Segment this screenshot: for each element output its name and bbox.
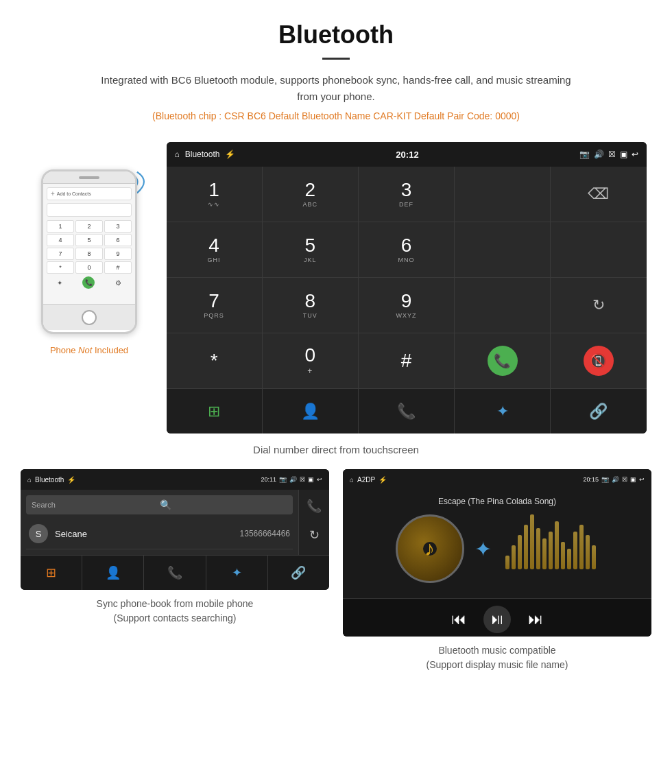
dial-key-0[interactable]: 0 + xyxy=(263,333,359,388)
pb-call-icon[interactable]: 📞 xyxy=(303,495,325,517)
dial-key-empty-2 xyxy=(455,222,551,277)
redial-button[interactable]: ↻ xyxy=(551,278,646,333)
dialpad-row-4: * 0 + # 📞 📵 xyxy=(167,333,647,388)
back-icon: ↩ xyxy=(632,150,638,159)
nav-phone[interactable]: 📞 xyxy=(359,389,455,433)
k-btn-7[interactable]: 7 xyxy=(47,248,74,260)
phone-call-button[interactable]: 📞 xyxy=(82,276,95,289)
grid-icon: ⊞ xyxy=(208,403,220,420)
dialpad-app-name: Bluetooth xyxy=(185,150,220,159)
header-specs: (Bluetooth chip : CSR BC6 Default Blueto… xyxy=(14,110,658,121)
k-btn-0[interactable]: 0 xyxy=(75,261,103,274)
k-btn-8[interactable]: 8 xyxy=(75,248,103,260)
music-status-left: ⌂ A2DP ⚡ xyxy=(350,476,387,484)
k-btn-2[interactable]: 2 xyxy=(75,220,103,233)
plus-icon: + xyxy=(51,190,55,198)
sbn-phone[interactable]: 📞 xyxy=(144,556,206,590)
page-header: Bluetooth Integrated with BC6 Bluetooth … xyxy=(0,0,672,128)
android-dialpad: ⌂ Bluetooth ⚡ 20:12 📷 🔊 ☒ ▣ ↩ 1 ∿∿ xyxy=(167,142,647,433)
backspace-button[interactable]: ⌫ xyxy=(551,167,646,222)
call-red-button[interactable]: 📵 xyxy=(551,333,646,388)
phone-small-icon: ✦ xyxy=(57,279,62,287)
phone-keypad-small: 1 2 3 4 5 6 7 8 9 * 0 # xyxy=(47,220,132,274)
bt-icon-music: ✦ xyxy=(475,537,492,561)
dial-key-8[interactable]: 8 TUV xyxy=(263,278,359,333)
phone-home-button[interactable] xyxy=(82,310,97,325)
call-green-button[interactable]: 📞 xyxy=(455,333,551,388)
contact-avatar: S xyxy=(29,524,48,543)
eq-bar xyxy=(586,535,590,569)
phonebook-bottom-nav: ⊞ 👤 📞 ✦ 🔗 xyxy=(21,555,329,590)
phonebook-status-bar: ⌂ Bluetooth ⚡ 20:11 📷 🔊 ☒ ▣ ↩ xyxy=(21,469,329,490)
page-title: Bluetooth xyxy=(14,21,658,49)
k-btn-3[interactable]: 3 xyxy=(104,220,132,233)
k-btn-9[interactable]: 9 xyxy=(104,248,132,260)
dial-key-6[interactable]: 6 MNO xyxy=(359,222,455,277)
music-caption: Bluetooth music compatible(Support displ… xyxy=(343,643,651,672)
phone-mockup: + Add to Contacts 1 2 3 4 5 6 7 8 9 xyxy=(41,169,137,334)
dial-key-4[interactable]: 4 GHI xyxy=(167,222,263,277)
sbn-grid[interactable]: ⊞ xyxy=(21,556,82,590)
nav-bluetooth[interactable]: ✦ xyxy=(455,389,551,433)
music-note-icon: ♪ xyxy=(424,537,435,560)
volume-icon: 🔊 xyxy=(594,150,604,159)
header-description: Integrated with BC6 Bluetooth module, su… xyxy=(96,72,576,105)
eq-bar xyxy=(542,538,547,569)
nav-dialpad[interactable]: ⊞ xyxy=(167,389,263,433)
nav-contacts[interactable]: 👤 xyxy=(263,389,359,433)
music-close: ☒ xyxy=(622,476,627,483)
play-pause-button[interactable]: ⏯ xyxy=(483,606,511,633)
call-green-icon: 📞 xyxy=(488,346,518,376)
k-btn-star[interactable]: * xyxy=(47,261,74,274)
k-btn-5[interactable]: 5 xyxy=(75,234,103,246)
dialpad-keys: 1 ∿∿ 2 ABC 3 DEF ⌫ 4 xyxy=(167,167,647,388)
dial-key-1[interactable]: 1 ∿∿ xyxy=(167,167,263,222)
dial-key-3[interactable]: 3 DEF xyxy=(359,167,455,222)
dial-key-hash[interactable]: # xyxy=(359,333,455,388)
display-input xyxy=(47,203,132,217)
music-win: ▣ xyxy=(630,476,636,483)
phonebook-search-bar[interactable]: Search 🔍 xyxy=(26,495,293,514)
pb-refresh-icon[interactable]: ↻ xyxy=(306,524,323,546)
add-contacts-label: Add to Contacts xyxy=(57,191,91,196)
dialpad-row-2: 4 GHI 5 JKL 6 MNO xyxy=(167,222,647,278)
phonebook-inner: Search 🔍 S Seicane 13566664466 📞 ↻ xyxy=(21,490,329,555)
phone-screen: + Add to Contacts 1 2 3 4 5 6 7 8 9 xyxy=(43,184,135,304)
k-btn-1[interactable]: 1 xyxy=(47,220,74,233)
k-btn-4[interactable]: 4 xyxy=(47,234,74,246)
music-content: Escape (The Pina Colada Song) ♪ ✦ xyxy=(343,490,651,598)
nav-settings[interactable]: 🔗 xyxy=(551,389,646,433)
music-status-bar: ⌂ A2DP ⚡ 20:15 📷 🔊 ☒ ▣ ↩ xyxy=(343,469,651,490)
phone-right-icon: ⚙ xyxy=(115,279,121,287)
pb-close: ☒ xyxy=(300,476,305,483)
dial-key-9[interactable]: 9 WXYZ xyxy=(359,278,455,333)
phone-speaker xyxy=(79,176,99,179)
eq-bar xyxy=(555,521,559,569)
album-area: ♪ ✦ xyxy=(350,514,645,583)
dialpad-row-1: 1 ∿∿ 2 ABC 3 DEF ⌫ xyxy=(167,167,647,222)
sbn-grid-icon: ⊞ xyxy=(46,565,56,580)
play-pause-icon: ⏯ xyxy=(490,610,505,628)
sbn-bluetooth[interactable]: ✦ xyxy=(206,556,268,590)
eq-bar xyxy=(567,549,571,569)
skip-next-button[interactable]: ⏭ xyxy=(528,610,543,628)
equalizer-bars xyxy=(502,521,599,576)
dial-key-star[interactable]: * xyxy=(167,333,263,388)
k-btn-6[interactable]: 6 xyxy=(104,234,132,246)
sbn-contacts[interactable]: 👤 xyxy=(82,556,144,590)
dial-key-7[interactable]: 7 PQRS xyxy=(167,278,263,333)
pb-home-icon: ⌂ xyxy=(27,476,32,484)
phonebook-right-icons: 📞 ↻ xyxy=(298,490,329,555)
phone-nav-icon: 📞 xyxy=(397,403,416,420)
search-icon: 🔍 xyxy=(160,499,288,510)
k-btn-hash[interactable]: # xyxy=(104,261,132,274)
dial-key-2[interactable]: 2 ABC xyxy=(263,167,359,222)
skip-prev-button[interactable]: ⏮ xyxy=(451,610,466,628)
eq-bar xyxy=(579,525,584,569)
camera-icon: 📷 xyxy=(579,150,590,159)
sbn-link[interactable]: 🔗 xyxy=(268,556,329,590)
status-right: 📷 🔊 ☒ ▣ ↩ xyxy=(579,150,638,159)
eq-bar xyxy=(530,514,534,569)
phone-top-bar xyxy=(43,171,135,184)
dial-key-5[interactable]: 5 JKL xyxy=(263,222,359,277)
